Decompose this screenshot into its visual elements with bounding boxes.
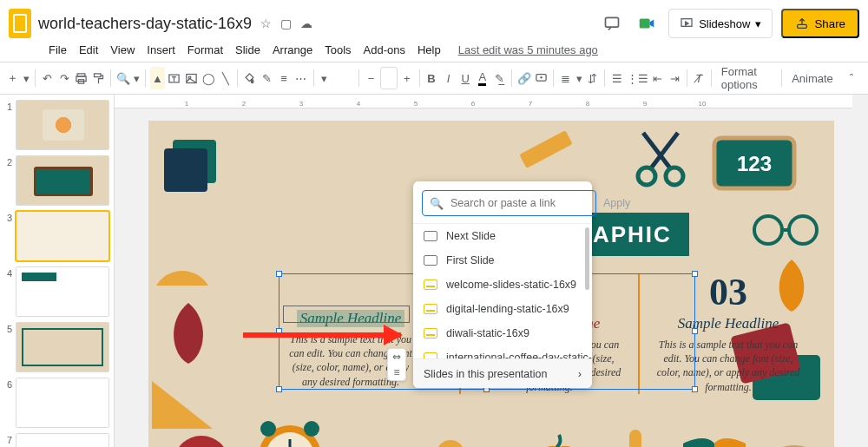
link-item-first[interactable]: First Slide bbox=[413, 248, 592, 273]
link-item-doc[interactable]: digital-lending-static-16x9 bbox=[413, 297, 592, 321]
menu-file[interactable]: File bbox=[43, 42, 72, 58]
link-list-scrollbar[interactable] bbox=[585, 227, 589, 290]
paint-format-button[interactable] bbox=[91, 67, 107, 89]
fill-color-button[interactable] bbox=[242, 67, 258, 89]
print-button[interactable] bbox=[74, 67, 89, 89]
font-size-inc[interactable]: + bbox=[399, 67, 415, 89]
thumb-number: 5 bbox=[3, 322, 12, 372]
comments-icon[interactable] bbox=[599, 10, 625, 36]
image-tool[interactable] bbox=[184, 67, 200, 89]
slide-thumb-7[interactable]: thank you bbox=[16, 433, 109, 447]
undo-button[interactable]: ↶ bbox=[40, 67, 56, 89]
clear-format-button[interactable]: T̸ bbox=[692, 67, 707, 89]
slide-thumb-1[interactable] bbox=[16, 100, 109, 150]
link-search-field[interactable]: 🔍 bbox=[422, 190, 596, 216]
collapse-toolbar-icon[interactable]: ˆ bbox=[840, 67, 863, 89]
menu-arrange[interactable]: Arrange bbox=[267, 42, 318, 58]
link-search-input[interactable] bbox=[449, 196, 589, 210]
menu-edit[interactable]: Edit bbox=[74, 42, 103, 58]
menu-insert[interactable]: Insert bbox=[141, 42, 181, 58]
line-spacing-button[interactable]: ⇵ bbox=[585, 67, 601, 89]
svg-rect-13 bbox=[164, 148, 207, 192]
slideshow-button[interactable]: Slideshow ▾ bbox=[668, 9, 773, 38]
format-options-button[interactable]: Format options bbox=[716, 65, 778, 91]
slide-thumb-4[interactable] bbox=[16, 266, 109, 317]
svg-point-21 bbox=[304, 421, 319, 437]
shape-tool[interactable]: ◯ bbox=[201, 67, 216, 89]
link-item-doc[interactable]: welcome-slides-static-16x9 bbox=[413, 273, 592, 297]
horizontal-ruler[interactable]: 12345678910 bbox=[115, 95, 852, 108]
fit-width-icon[interactable]: ⇔ bbox=[392, 351, 401, 363]
slide-canvas-area[interactable]: 12345678910 123 NFOGRAPHIC bbox=[115, 95, 868, 447]
link-apply-button[interactable]: Apply bbox=[603, 197, 630, 209]
text-color-button[interactable]: A bbox=[475, 67, 490, 89]
font-size-dec[interactable]: − bbox=[364, 67, 379, 89]
svg-point-34 bbox=[638, 168, 655, 185]
menu-tools[interactable]: Tools bbox=[319, 42, 356, 58]
redo-button[interactable]: ↷ bbox=[56, 67, 72, 89]
annotation-arrow bbox=[243, 332, 401, 338]
zoom-button[interactable]: 🔍 bbox=[115, 67, 131, 89]
insert-comment-button[interactable] bbox=[533, 67, 549, 89]
svg-rect-3 bbox=[798, 24, 807, 28]
font-menu[interactable]: ▾ bbox=[318, 67, 354, 89]
animate-button[interactable]: Animate bbox=[786, 72, 838, 85]
move-icon[interactable]: ▢ bbox=[280, 16, 292, 30]
notebook-icon bbox=[164, 133, 233, 194]
document-title[interactable]: world-teachers-day-static-16x9 bbox=[38, 15, 252, 33]
bold-button[interactable]: B bbox=[424, 67, 439, 89]
underline-button[interactable]: U bbox=[457, 67, 473, 89]
border-color-button[interactable]: ✎ bbox=[260, 67, 275, 89]
svg-rect-5 bbox=[76, 76, 86, 82]
cloud-status-icon[interactable]: ☁ bbox=[300, 16, 312, 30]
link-slides-this-presentation[interactable]: Slides in this presentation › bbox=[413, 358, 592, 388]
line-tool[interactable]: ╲ bbox=[218, 67, 233, 89]
text-selection-box[interactable] bbox=[283, 306, 410, 323]
slide-thumb-2[interactable] bbox=[16, 155, 109, 206]
book-icon bbox=[680, 433, 749, 447]
menu-help[interactable]: Help bbox=[412, 42, 446, 58]
new-slide-caret-icon[interactable]: ▾ bbox=[23, 67, 30, 89]
indent-inc-button[interactable]: ⇥ bbox=[667, 67, 682, 89]
star-icon[interactable]: ☆ bbox=[260, 16, 272, 30]
setsquare-icon bbox=[152, 381, 221, 433]
fit-height-icon[interactable]: ≡ bbox=[393, 366, 399, 378]
slideshow-caret-icon[interactable]: ▾ bbox=[755, 17, 761, 30]
chalkboard-icon: 123 bbox=[711, 135, 798, 195]
indent-dec-button[interactable]: ⇤ bbox=[650, 67, 666, 89]
bulleted-list-button[interactable]: ⋮☰ bbox=[627, 67, 648, 89]
select-tool[interactable]: ▲ bbox=[150, 67, 166, 89]
new-slide-button[interactable]: ＋ bbox=[5, 67, 21, 89]
menu-view[interactable]: View bbox=[105, 42, 140, 58]
italic-button[interactable]: I bbox=[441, 67, 457, 89]
numbered-list-button[interactable]: ☰ bbox=[609, 67, 625, 89]
menu-bar: File Edit View Insert Format Slide Arran… bbox=[0, 42, 868, 62]
palette-icon bbox=[761, 442, 829, 447]
insert-link-button[interactable]: 🔗 bbox=[516, 67, 532, 89]
highlight-button[interactable]: ✎̲ bbox=[492, 67, 508, 89]
menu-addons[interactable]: Add-ons bbox=[358, 42, 411, 58]
football-icon bbox=[171, 433, 232, 447]
text-fit-toolbar[interactable]: ⇔ ≡ bbox=[387, 348, 406, 381]
border-weight-button[interactable]: ≡ bbox=[276, 67, 292, 89]
textbox-tool[interactable] bbox=[167, 67, 182, 89]
menu-slide[interactable]: Slide bbox=[230, 42, 266, 58]
link-item-doc[interactable]: diwali-static-16x9 bbox=[413, 321, 592, 345]
link-item-doc[interactable]: international-coffee-day-static-16x9 bbox=[413, 345, 592, 358]
meet-icon[interactable] bbox=[634, 10, 660, 36]
align-caret-icon[interactable]: ▾ bbox=[575, 67, 582, 89]
slide-thumb-5[interactable] bbox=[16, 322, 109, 372]
link-item-next[interactable]: Next Slide bbox=[413, 224, 592, 248]
font-size-field[interactable] bbox=[380, 67, 398, 89]
svg-point-14 bbox=[174, 436, 229, 447]
slide-thumb-6[interactable] bbox=[16, 378, 109, 428]
title-bar: world-teachers-day-static-16x9 ☆ ▢ ☁ Sli… bbox=[0, 0, 868, 42]
menu-format[interactable]: Format bbox=[182, 42, 228, 58]
last-edit-link[interactable]: Last edit was 5 minutes ago bbox=[453, 42, 603, 58]
border-dash-button[interactable]: ⋯ bbox=[293, 67, 309, 89]
slides-app-icon[interactable] bbox=[9, 9, 31, 38]
share-button[interactable]: Share bbox=[781, 9, 859, 38]
zoom-caret-icon[interactable]: ▾ bbox=[132, 67, 140, 89]
slide-thumb-3[interactable] bbox=[16, 211, 109, 261]
align-button[interactable]: ≣ bbox=[558, 67, 574, 89]
